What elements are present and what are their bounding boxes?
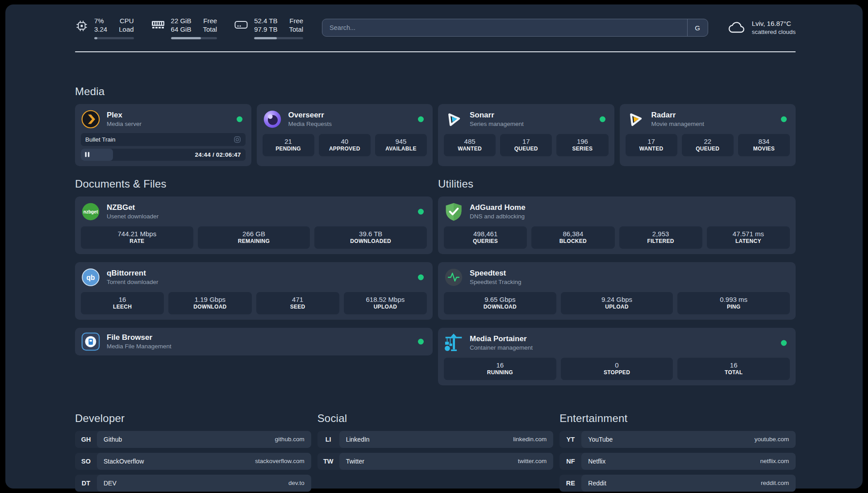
cpu-load-value: 3.24 xyxy=(94,25,107,34)
cloud-icon xyxy=(728,21,747,35)
app-card-sonarr[interactable]: Sonarr Series management 485 WANTED 17 Q… xyxy=(438,104,614,166)
search-engine-button[interactable]: G xyxy=(687,19,708,36)
app-name: Sonarr xyxy=(470,111,524,120)
link-netflix[interactable]: NF Netflix netflix.com xyxy=(559,453,796,470)
link-reddit[interactable]: RE Reddit reddit.com xyxy=(559,475,796,492)
stat-wanted: 485 WANTED xyxy=(444,134,496,156)
stat-queued: 22 QUEUED xyxy=(682,134,734,156)
link-dev[interactable]: DT DEV dev.to xyxy=(75,475,311,492)
search-input[interactable] xyxy=(322,19,687,36)
link-name: Netflix xyxy=(588,458,605,465)
sonarr-icon xyxy=(444,109,463,129)
section-title-developer: Developer xyxy=(75,412,311,425)
app-name: Radarr xyxy=(651,111,705,120)
memory-total-label: Total xyxy=(203,25,217,34)
now-playing-progress-bar: 24:44 / 02:06:47 xyxy=(81,149,246,161)
cpu-icon xyxy=(75,19,88,33)
link-linkedin[interactable]: LI LinkedIn linkedin.com xyxy=(317,431,554,448)
app-card-portainer[interactable]: Media Portainer Container management 16 … xyxy=(438,328,796,385)
link-badge: NF xyxy=(559,453,581,470)
section-title-documents: Documents & Files xyxy=(75,178,433,190)
pause-icon[interactable] xyxy=(85,152,90,157)
stat-leech: 16 LEECH xyxy=(81,292,164,314)
adguard-icon xyxy=(444,202,463,221)
portainer-icon xyxy=(444,333,463,353)
app-name: Speedtest xyxy=(470,269,522,278)
app-description: Torrent downloader xyxy=(107,279,159,286)
app-name: File Browser xyxy=(107,333,171,342)
app-card-adguard[interactable]: AdGuard Home DNS and adblocking 498,461 … xyxy=(438,196,796,254)
app-card-qbittorrent[interactable]: qb qBittorrent Torrent downloader 16 LEE… xyxy=(75,262,433,320)
link-badge: RE xyxy=(559,475,581,492)
stat-stopped: 0 STOPPED xyxy=(561,358,673,380)
status-online-dot xyxy=(237,116,242,122)
status-online-dot xyxy=(418,209,424,214)
disk-progress-fill xyxy=(254,37,277,39)
disk-icon xyxy=(234,19,248,31)
weather-condition: scattered clouds xyxy=(752,28,796,36)
app-name: Media Portainer xyxy=(470,334,533,343)
header-divider xyxy=(75,51,796,52)
stat-wanted: 17 WANTED xyxy=(626,134,677,156)
system-stats: 7% 3.24 CPU Load xyxy=(75,17,303,39)
status-online-dot xyxy=(600,116,605,122)
app-description: Media File Management xyxy=(107,343,171,350)
disk-progress-track xyxy=(254,37,303,39)
speedtest-icon xyxy=(444,267,463,287)
stat-ping: 0.993 ms PING xyxy=(677,292,790,314)
weather-location: Lviv, 16.87°C xyxy=(752,19,796,28)
stat-remaining: 266 GB REMAINING xyxy=(198,226,310,249)
link-url: dev.to xyxy=(288,480,305,486)
link-stackoverflow[interactable]: SO StackOverflow stackoverflow.com xyxy=(75,453,311,470)
plex-icon xyxy=(81,109,100,129)
link-url: stackoverflow.com xyxy=(255,458,304,464)
overseerr-icon xyxy=(263,109,282,129)
app-card-filebrowser[interactable]: File Browser Media File Management xyxy=(75,328,433,355)
status-online-dot xyxy=(418,338,424,344)
stat-series: 196 SERIES xyxy=(556,134,608,156)
stat-download: 9.65 Gbps DOWNLOAD xyxy=(444,292,556,314)
link-url: twitter.com xyxy=(518,458,547,464)
app-card-nzbget[interactable]: nzbget NZBGet Usenet downloader 744.21 M… xyxy=(75,196,433,254)
disk-total-value: 97.9 TB xyxy=(254,25,277,34)
dashboard-frame: 7% 3.24 CPU Load xyxy=(5,4,863,489)
video-type-icon xyxy=(234,136,241,143)
link-name: DEV xyxy=(104,480,117,487)
link-badge: YT xyxy=(559,431,581,448)
nzbget-icon: nzbget xyxy=(81,202,100,221)
playback-time: 24:44 / 02:06:47 xyxy=(195,151,241,158)
app-card-plex[interactable]: Plex Media server Bullet Train xyxy=(75,104,251,166)
link-name: Github xyxy=(104,436,122,443)
link-url: youtube.com xyxy=(755,436,789,443)
memory-stats-widget: 22 GiB 64 GiB Free Total xyxy=(151,17,217,39)
stat-downloaded: 39.6 TB DOWNLOADED xyxy=(314,226,427,249)
dashboard-screenshot: 7% 3.24 CPU Load xyxy=(0,0,868,493)
stat-movies: 834 MOVIES xyxy=(738,134,790,156)
cpu-progress-fill xyxy=(94,37,97,39)
qbittorrent-icon: qb xyxy=(81,267,100,287)
search-bar[interactable]: G xyxy=(322,19,708,37)
status-online-dot xyxy=(781,116,787,122)
stat-pending: 21 PENDING xyxy=(263,134,314,156)
link-name: LinkedIn xyxy=(346,436,370,443)
app-card-speedtest[interactable]: Speedtest Speedtest Tracking 9.65 Gbps D… xyxy=(438,262,796,320)
memory-total-value: 64 GiB xyxy=(171,25,192,34)
app-description: Movie management xyxy=(651,121,705,128)
status-online-dot xyxy=(418,116,424,122)
link-name: StackOverflow xyxy=(104,458,144,465)
svg-text:qb: qb xyxy=(86,273,95,281)
link-badge: DT xyxy=(75,475,97,492)
link-github[interactable]: GH Github github.com xyxy=(75,431,311,448)
link-twitter[interactable]: TW Twitter twitter.com xyxy=(317,453,554,470)
svg-text:nzbget: nzbget xyxy=(83,209,98,214)
app-card-radarr[interactable]: Radarr Movie management 17 WANTED 22 QUE… xyxy=(620,104,796,166)
cpu-stats-widget: 7% 3.24 CPU Load xyxy=(75,17,134,39)
now-playing-title: Bullet Train xyxy=(85,136,116,143)
link-badge: TW xyxy=(317,453,339,470)
memory-progress-fill xyxy=(171,37,201,39)
cpu-load-label: Load xyxy=(119,25,134,34)
cpu-label: CPU xyxy=(120,17,134,25)
app-card-overseerr[interactable]: Overseerr Media Requests 21 PENDING 40 A… xyxy=(257,104,433,166)
stat-approved: 40 APPROVED xyxy=(319,134,371,156)
link-youtube[interactable]: YT YouTube youtube.com xyxy=(559,431,796,448)
